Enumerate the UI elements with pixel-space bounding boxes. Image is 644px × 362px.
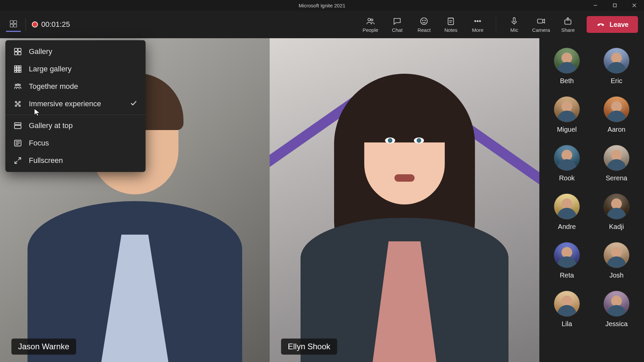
- menu-item-gallery[interactable]: Gallery: [5, 43, 146, 60]
- large-gallery-icon: [13, 65, 22, 73]
- svg-point-46: [17, 103, 18, 105]
- svg-point-8: [368, 18, 370, 20]
- elapsed-time: 00:01:25: [41, 20, 70, 29]
- leave-button[interactable]: Leave: [587, 16, 638, 33]
- video-tile-2[interactable]: Ellyn Shook: [270, 38, 539, 362]
- participant-item[interactable]: Lila: [545, 291, 589, 328]
- svg-point-44: [15, 105, 16, 106]
- svg-point-19: [475, 20, 476, 22]
- avatar: [603, 291, 630, 317]
- minimize-button[interactable]: [586, 0, 605, 11]
- view-menu: Gallery Large gallery Together mode Imme…: [5, 40, 146, 172]
- svg-rect-27: [18, 48, 21, 51]
- grid-icon: [9, 19, 18, 28]
- view-mode-button[interactable]: [6, 17, 21, 32]
- share-button[interactable]: Share: [556, 14, 580, 35]
- svg-rect-47: [14, 123, 21, 124]
- participant-item[interactable]: Josh: [595, 242, 638, 279]
- menu-item-immersive[interactable]: Immersive experience: [5, 95, 146, 113]
- speaker-name-tag: Jason Warnke: [11, 339, 76, 355]
- participant-item[interactable]: Miguel: [545, 96, 589, 133]
- toolbar-separator: [496, 17, 496, 32]
- svg-rect-28: [14, 52, 17, 55]
- participant-item[interactable]: Eric: [595, 48, 638, 85]
- participant-item[interactable]: Aaron: [595, 96, 638, 133]
- svg-point-20: [477, 20, 478, 22]
- svg-rect-31: [17, 66, 18, 67]
- menu-separator: [5, 115, 146, 115]
- mic-button[interactable]: Mic: [502, 14, 526, 35]
- participant-item[interactable]: Jessica: [595, 291, 638, 328]
- chat-button[interactable]: Chat: [385, 14, 409, 35]
- avatar: [603, 48, 630, 74]
- leave-label: Leave: [609, 21, 629, 28]
- react-button[interactable]: React: [412, 14, 436, 35]
- svg-point-42: [15, 101, 16, 103]
- participant-item[interactable]: Reta: [545, 242, 589, 279]
- participant-list[interactable]: Beth Eric Miguel Aaron Rook Serena Andre…: [539, 38, 644, 362]
- svg-point-43: [19, 101, 20, 103]
- camera-icon: [536, 16, 546, 26]
- avatar: [554, 193, 580, 220]
- svg-point-10: [421, 18, 427, 24]
- people-button[interactable]: People: [358, 14, 382, 35]
- svg-rect-7: [14, 24, 17, 27]
- close-button[interactable]: [625, 0, 644, 11]
- svg-point-39: [15, 84, 17, 86]
- svg-rect-6: [10, 24, 13, 27]
- participant-item[interactable]: Serena: [595, 145, 638, 182]
- participant-item[interactable]: Beth: [545, 48, 589, 85]
- more-button[interactable]: More: [466, 14, 490, 35]
- avatar: [554, 96, 580, 122]
- react-icon: [419, 16, 429, 26]
- svg-rect-1: [613, 4, 616, 7]
- window-title: Microsoft Ignite 2021: [299, 3, 345, 8]
- toolbar-divider: [25, 18, 26, 31]
- menu-item-gallery-top[interactable]: Gallery at top: [5, 117, 146, 134]
- menu-item-large-gallery[interactable]: Large gallery: [5, 60, 146, 78]
- recording-indicator: 00:01:25: [32, 20, 70, 29]
- maximize-button[interactable]: [605, 0, 625, 11]
- title-bar: Microsoft Ignite 2021: [0, 0, 644, 11]
- hangup-icon: [596, 20, 605, 29]
- participant-item[interactable]: Rook: [545, 145, 589, 182]
- avatar: [603, 145, 630, 171]
- svg-rect-33: [14, 68, 16, 70]
- focus-icon: [13, 139, 22, 147]
- svg-rect-38: [19, 70, 21, 72]
- svg-rect-32: [19, 66, 21, 67]
- participant-item[interactable]: Andre: [545, 193, 589, 231]
- menu-item-together[interactable]: Together mode: [5, 78, 146, 95]
- svg-point-12: [425, 20, 426, 20]
- svg-rect-48: [14, 125, 21, 129]
- share-icon: [563, 16, 573, 26]
- notes-button[interactable]: Notes: [439, 14, 463, 35]
- svg-rect-36: [14, 70, 16, 72]
- svg-point-41: [19, 84, 20, 86]
- meeting-toolbar: 00:01:25 People Chat React Notes More Mi…: [0, 11, 644, 38]
- svg-point-40: [17, 84, 19, 85]
- more-icon: [473, 16, 482, 26]
- participant-item[interactable]: Kadji: [595, 193, 638, 231]
- svg-point-9: [371, 19, 373, 21]
- svg-rect-13: [448, 18, 453, 24]
- together-icon: [13, 82, 22, 91]
- avatar: [554, 145, 580, 171]
- avatar: [603, 242, 630, 268]
- participant-avatar: [284, 38, 525, 362]
- camera-button[interactable]: Camera: [529, 14, 553, 35]
- immersive-icon: [13, 100, 22, 108]
- svg-point-21: [479, 20, 481, 22]
- avatar: [554, 242, 580, 268]
- menu-item-focus[interactable]: Focus: [5, 134, 146, 152]
- gallery-icon: [13, 47, 22, 56]
- window-controls: [586, 0, 644, 11]
- avatar: [603, 193, 630, 220]
- svg-point-45: [19, 105, 20, 106]
- gallery-top-icon: [13, 121, 22, 130]
- menu-item-fullscreen[interactable]: Fullscreen: [5, 152, 146, 169]
- svg-rect-22: [513, 17, 515, 22]
- people-icon: [366, 16, 375, 26]
- notes-icon: [446, 16, 455, 26]
- record-icon: [32, 21, 38, 27]
